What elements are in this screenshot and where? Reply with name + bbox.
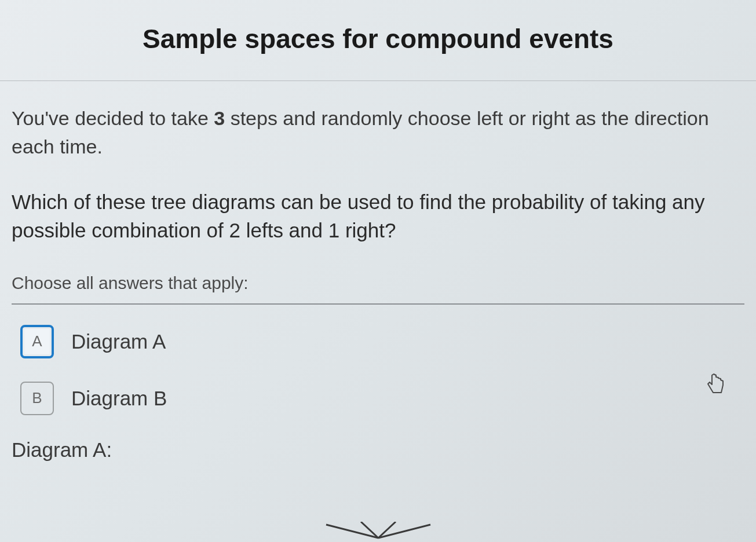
problem-steps-count: 3 [214,107,225,129]
question-rights: 1 [328,219,339,241]
option-b-row[interactable]: B Diagram B [12,382,744,415]
tree-diagram-partial [291,522,465,539]
question-mid1: lefts and [240,219,328,241]
divider-line [0,80,756,81]
option-a-row[interactable]: A Diagram A [12,325,744,358]
question-prompt: Which of these tree diagrams can be used… [12,188,744,244]
diagram-a-heading: Diagram A: [12,438,744,462]
question-lefts: 2 [229,219,240,241]
option-b-label: Diagram B [71,387,167,410]
question-container: Sample spaces for compound events You've… [0,0,756,542]
choose-instruction: Choose all answers that apply: [12,273,744,293]
options-divider [12,303,744,305]
question-mid2: right? [339,219,396,241]
page-title: Sample spaces for compound events [12,0,744,80]
option-a-label: Diagram A [71,330,166,353]
problem-statement: You've decided to take 3 steps and rando… [12,104,744,162]
option-a-key: A [32,332,42,350]
option-b-checkbox[interactable]: B [20,382,54,415]
hand-cursor-icon [704,371,727,397]
option-b-key: B [32,389,42,407]
problem-prefix: You've decided to take [12,107,214,129]
option-a-checkbox[interactable]: A [20,325,54,358]
